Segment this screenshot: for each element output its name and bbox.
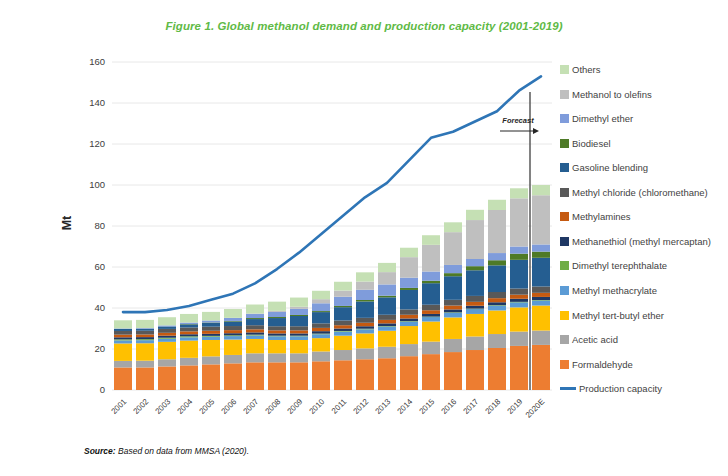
bar-segment bbox=[356, 300, 374, 301]
legend-label: Formaldehyde bbox=[572, 359, 633, 370]
bar-segment bbox=[202, 340, 220, 356]
legend-label: Methanol to olefins bbox=[572, 89, 652, 100]
bar-segment bbox=[180, 336, 198, 337]
bar-segment bbox=[136, 367, 154, 390]
bar-2015 bbox=[422, 235, 440, 390]
bar-segment bbox=[290, 326, 308, 330]
y-tick-label: 160 bbox=[89, 56, 105, 67]
bar-2019 bbox=[510, 188, 528, 390]
bar-segment bbox=[466, 259, 484, 266]
y-tick-labels: 020406080100120140160 bbox=[89, 56, 105, 395]
legend-item: Formaldehyde bbox=[560, 359, 633, 370]
bar-segment bbox=[290, 336, 308, 337]
bar-segment bbox=[510, 302, 528, 307]
x-tick-label: 2015 bbox=[417, 397, 436, 416]
legend-item: Production capacity bbox=[560, 383, 662, 394]
legend-color-swatch bbox=[560, 90, 569, 99]
bar-segment bbox=[488, 292, 506, 298]
bar-segment bbox=[202, 327, 220, 331]
bar-segment bbox=[180, 314, 198, 323]
legend-color-swatch bbox=[560, 335, 569, 344]
bar-segment bbox=[114, 320, 132, 328]
bar-segment bbox=[334, 307, 352, 320]
bar-segment bbox=[312, 328, 330, 331]
bar-segment bbox=[334, 331, 352, 332]
bar-segment bbox=[356, 333, 374, 348]
bar-segment bbox=[532, 185, 550, 195]
bar-segment bbox=[334, 282, 352, 291]
bar-segment bbox=[136, 320, 154, 328]
bar-segment bbox=[290, 330, 308, 333]
bar-segment bbox=[466, 336, 484, 350]
bar-segment bbox=[510, 332, 528, 346]
y-tick-label: 80 bbox=[94, 220, 105, 231]
bar-segment bbox=[202, 337, 220, 340]
y-tick-label: 0 bbox=[100, 384, 105, 395]
bar-segment bbox=[158, 339, 176, 342]
x-tick-label: 2008 bbox=[263, 397, 282, 416]
source-label: Source: bbox=[84, 446, 116, 456]
bar-segment bbox=[114, 329, 132, 330]
bar-segment bbox=[510, 198, 528, 246]
legend-color-swatch bbox=[560, 114, 569, 123]
bar-segment bbox=[268, 353, 286, 362]
legend-color-swatch bbox=[560, 139, 569, 148]
bar-segment bbox=[268, 333, 286, 335]
bar-segment bbox=[268, 302, 286, 311]
bar-segment bbox=[268, 326, 286, 330]
bar-segment bbox=[422, 322, 440, 342]
bar-segment bbox=[224, 363, 242, 390]
bar-segment bbox=[290, 353, 308, 362]
bar-segment bbox=[400, 309, 418, 314]
bar-segment bbox=[422, 314, 440, 317]
bar-segment bbox=[224, 309, 242, 318]
bar-2001 bbox=[114, 320, 132, 390]
x-tick-label: 2018 bbox=[483, 397, 502, 416]
x-tick-label: 2004 bbox=[175, 397, 194, 416]
bar-segment bbox=[268, 311, 286, 312]
bar-segment bbox=[510, 307, 528, 331]
bar-segment bbox=[466, 266, 484, 270]
legend-item: Methanol to olefins bbox=[560, 89, 652, 100]
bar-segment bbox=[466, 309, 484, 314]
bar-segment bbox=[246, 332, 264, 334]
bar-segment bbox=[400, 326, 418, 344]
bar-segment bbox=[202, 312, 220, 321]
bar-segment bbox=[136, 329, 154, 331]
bar-segment bbox=[312, 291, 330, 299]
bar-segment bbox=[158, 342, 176, 359]
forecast-label: Forecast bbox=[502, 116, 534, 125]
bar-segment bbox=[378, 284, 396, 295]
bar-segment bbox=[224, 321, 242, 322]
stacked-bars bbox=[114, 185, 550, 390]
bar-segment bbox=[180, 331, 198, 334]
bar-segment bbox=[378, 326, 396, 327]
x-tick-label: 2010 bbox=[307, 397, 326, 416]
bar-segment bbox=[532, 195, 550, 244]
bar-segment bbox=[202, 334, 220, 336]
bar-segment bbox=[290, 362, 308, 390]
x-tick-label: 2011 bbox=[330, 397, 349, 416]
bar-segment bbox=[422, 317, 440, 322]
bar-segment bbox=[224, 318, 242, 321]
bar-segment bbox=[488, 298, 506, 302]
bar-segment bbox=[334, 321, 352, 326]
bar-segment bbox=[444, 352, 462, 390]
bar-segment bbox=[224, 322, 242, 327]
bar-segment bbox=[378, 320, 396, 323]
x-tick-label: 2013 bbox=[373, 397, 392, 416]
bar-2002 bbox=[136, 320, 154, 390]
bar-segment bbox=[334, 336, 352, 350]
y-tick-label: 100 bbox=[89, 179, 105, 190]
bar-2012 bbox=[356, 272, 374, 390]
x-tick-label: 2003 bbox=[153, 397, 172, 416]
bar-segment bbox=[180, 341, 198, 358]
bar-segment bbox=[246, 353, 264, 362]
bar-segment bbox=[114, 343, 132, 360]
bar-segment bbox=[246, 362, 264, 390]
bar-segment bbox=[224, 355, 242, 363]
bar-segment bbox=[224, 336, 242, 339]
bar-segment bbox=[290, 309, 308, 315]
legend-color-swatch bbox=[560, 65, 569, 74]
chart-legend: OthersMethanol to olefinsDimethyl etherB… bbox=[560, 0, 728, 420]
